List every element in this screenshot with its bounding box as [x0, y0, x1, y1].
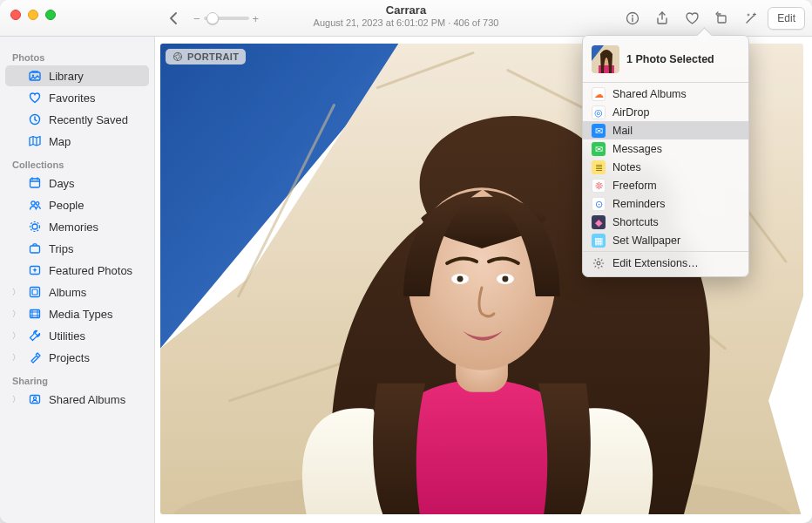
sidebar-item-label: Days — [49, 177, 75, 190]
svg-point-19 — [33, 397, 36, 399]
freeform-icon: ❊ — [592, 179, 606, 193]
sidebar-item-label: Albums — [49, 286, 86, 299]
sidebar-item-people[interactable]: People — [5, 194, 149, 215]
gear-icon — [592, 256, 606, 270]
share-menu: 1 Photo Selected ☁︎Shared Albums◎AirDrop… — [582, 35, 749, 277]
svg-point-28 — [174, 53, 182, 61]
info-icon — [626, 11, 639, 25]
auto-enhance-button[interactable] — [738, 7, 764, 30]
svg-rect-8 — [30, 179, 40, 187]
sidebar-item-label: Recently Saved — [49, 113, 128, 126]
sidebar: PhotosLibraryFavoritesRecently SavedMapC… — [0, 37, 155, 523]
menu-item-shortcuts[interactable]: ◆Shortcuts — [583, 213, 748, 231]
menu-item-label: Reminders — [612, 198, 665, 210]
sidebar-item-label: Favorites — [49, 92, 95, 105]
sidebar-item-utilities[interactable]: 〉Utilities — [5, 325, 149, 346]
zoom-slider[interactable]: − + — [193, 12, 259, 25]
map-icon — [28, 134, 42, 148]
wand-icon — [744, 11, 758, 25]
favorite-button[interactable] — [679, 7, 705, 30]
menu-item-label: Mail — [612, 125, 633, 137]
sidebar-item-library[interactable]: Library — [5, 65, 149, 86]
edit-button[interactable]: Edit — [768, 7, 805, 30]
menu-item-label: Edit Extensions… — [612, 257, 699, 269]
photo-title: Carrara — [314, 3, 499, 17]
sidebar-item-recently-saved[interactable]: Recently Saved — [5, 109, 149, 130]
menu-item-mail[interactable]: ✉︎Mail — [583, 121, 748, 139]
airdrop-icon: ◎ — [592, 105, 606, 119]
sparkle-icon — [28, 263, 42, 277]
sidebar-item-featured-photos[interactable]: Featured Photos — [5, 260, 149, 281]
menu-item-label: Messages — [612, 143, 662, 155]
sidebar-group-label: Photos — [0, 45, 154, 65]
menu-item-label: AirDrop — [612, 106, 649, 119]
sidebar-item-favorites[interactable]: Favorites — [5, 87, 149, 108]
sidebar-item-shared-albums[interactable]: 〉Shared Albums — [5, 389, 149, 410]
sidebar-item-albums[interactable]: 〉Albums — [5, 282, 149, 302]
sidebar-item-media-types[interactable]: 〉Media Types — [5, 303, 149, 324]
notes-icon: ≣ — [592, 160, 606, 174]
sidebar-item-memories[interactable]: Memories — [5, 216, 149, 237]
chevron-right-icon[interactable]: 〉 — [12, 309, 20, 320]
back-button[interactable] — [162, 8, 186, 29]
zoom-in-icon: + — [253, 12, 260, 25]
toolbar-left: − + — [162, 0, 259, 37]
minimize-window-button[interactable] — [28, 10, 38, 20]
menu-item-freeform[interactable]: ❊Freeform — [583, 176, 748, 194]
info-button[interactable] — [619, 7, 646, 30]
titlebar: − + Carrara August 21, 2023 at 6:01:02 P… — [0, 0, 812, 37]
svg-point-12 — [30, 222, 40, 232]
edit-label: Edit — [777, 12, 795, 24]
title-block: Carrara August 21, 2023 at 6:01:02 PM · … — [314, 3, 499, 30]
memories-icon — [28, 220, 42, 234]
sidebar-item-label: Library — [49, 70, 84, 83]
menu-item-set-wallpaper[interactable]: ▦Set Wallpaper — [583, 231, 748, 249]
sidebar-item-label: Media Types — [49, 308, 112, 321]
sidebar-item-label: Projects — [49, 351, 90, 364]
menu-separator — [583, 251, 748, 252]
share-button[interactable] — [649, 7, 675, 30]
sidebar-item-label: Featured Photos — [49, 264, 132, 277]
svg-rect-5 — [31, 71, 38, 71]
menu-item-messages[interactable]: ✉︎Messages — [583, 139, 748, 158]
menu-item-airdrop[interactable]: ◎AirDrop — [583, 103, 748, 121]
chevron-right-icon[interactable]: 〉 — [12, 394, 20, 405]
sidebar-item-label: People — [49, 199, 84, 212]
media-icon — [28, 307, 42, 321]
shortcuts-icon: ◆ — [592, 215, 606, 229]
fullscreen-window-button[interactable] — [45, 10, 56, 20]
svg-point-9 — [31, 201, 35, 205]
menu-item-label: Notes — [612, 161, 641, 173]
menu-item-reminders[interactable]: ⊙Reminders — [583, 194, 748, 213]
portrait-badge-label: PORTRAIT — [187, 51, 239, 62]
menu-item-notes[interactable]: ≣Notes — [583, 158, 748, 176]
sidebar-item-map[interactable]: Map — [5, 131, 149, 152]
library-icon — [28, 69, 42, 83]
menu-item-edit-extensions[interactable]: Edit Extensions… — [583, 254, 748, 272]
heart-icon — [28, 91, 42, 105]
close-window-button[interactable] — [10, 10, 21, 20]
sidebar-item-projects[interactable]: 〉Projects — [5, 347, 149, 368]
share-icon — [655, 11, 669, 25]
sidebar-group-label: Collections — [0, 153, 154, 173]
sidebar-item-days[interactable]: Days — [5, 173, 149, 194]
menu-item-shared-albums[interactable]: ☁︎Shared Albums — [583, 85, 748, 103]
photos-app-window: − + Carrara August 21, 2023 at 6:01:02 P… — [0, 0, 812, 523]
sidebar-item-label: Memories — [49, 221, 98, 234]
svg-rect-2 — [633, 17, 633, 22]
aperture-icon — [173, 51, 183, 62]
window-controls — [10, 10, 56, 20]
mail-icon: ✉︎ — [592, 124, 606, 138]
rotate-button[interactable] — [708, 7, 734, 30]
shared-icon — [28, 392, 42, 406]
share-menu-header: 1 Photo Selected — [583, 40, 748, 80]
zoom-out-icon: − — [193, 12, 200, 25]
portrait-badge: PORTRAIT — [166, 49, 246, 65]
svg-rect-17 — [30, 310, 40, 318]
sidebar-item-label: Trips — [49, 242, 73, 255]
sidebar-item-trips[interactable]: Trips — [5, 238, 149, 259]
chevron-right-icon[interactable]: 〉 — [12, 352, 20, 363]
reminders-icon: ⊙ — [592, 197, 606, 211]
chevron-right-icon[interactable]: 〉 — [12, 330, 20, 342]
chevron-right-icon[interactable]: 〉 — [12, 287, 20, 298]
